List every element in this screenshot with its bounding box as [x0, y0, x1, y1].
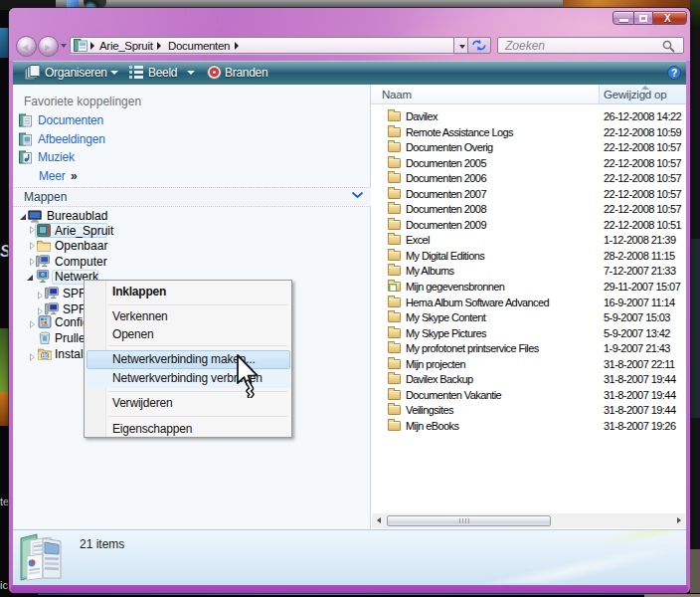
svg-text:?: ? [671, 68, 677, 79]
svg-text:19: 19 [42, 353, 48, 358]
